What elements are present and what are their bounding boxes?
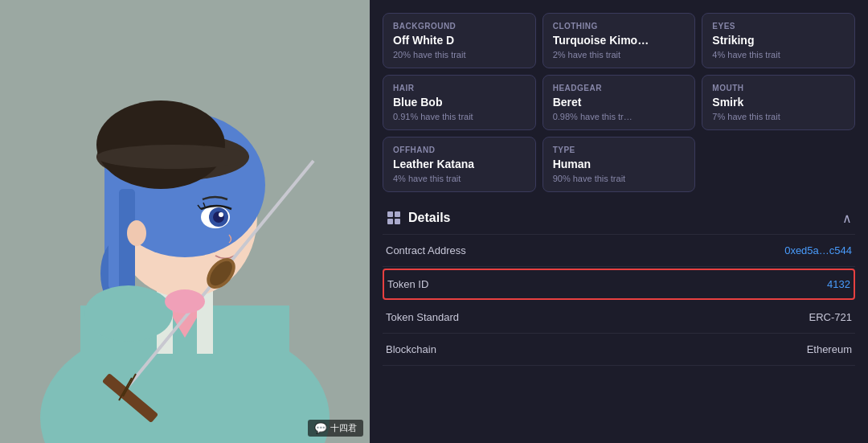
trait-card: OFFHAND Leather Katana 4% have this trai…	[383, 137, 536, 192]
trait-value: Beret	[553, 96, 686, 109]
traits-grid: BACKGROUND Off White D 20% have this tra…	[383, 13, 855, 192]
trait-category: HAIR	[393, 84, 526, 92]
wechat-icon: 💬	[314, 422, 327, 434]
trait-value: Blue Bob	[393, 96, 526, 109]
trait-value: Turquoise Kimo…	[553, 34, 686, 47]
detail-value: ERC-721	[809, 311, 852, 323]
svg-point-13	[96, 145, 249, 169]
trait-value: Striking	[712, 34, 845, 47]
detail-label: Blockchain	[386, 343, 436, 355]
wechat-watermark: 💬 十四君	[308, 420, 363, 437]
chevron-up-icon: ∧	[842, 211, 852, 226]
trait-card: HAIR Blue Bob 0.91% have this trait	[383, 75, 536, 130]
trait-category: HEADGEAR	[553, 84, 686, 92]
trait-card: BACKGROUND Off White D 20% have this tra…	[383, 13, 536, 68]
right-panel: BACKGROUND Off White D 20% have this tra…	[370, 0, 868, 443]
trait-category: OFFHAND	[393, 146, 526, 154]
trait-rarity: 90% have this trait	[553, 174, 686, 183]
trait-value: Human	[553, 158, 686, 170]
detail-value[interactable]: 0xed5a…c544	[784, 244, 852, 256]
details-grid-icon	[386, 210, 402, 226]
trait-category: BACKGROUND	[393, 22, 526, 31]
detail-row: Blockchain Ethereum	[383, 334, 855, 366]
nft-image-panel: 💬 十四君	[0, 0, 370, 443]
detail-label: Token ID	[387, 278, 428, 290]
trait-category: CLOTHING	[553, 22, 686, 31]
trait-card: CLOTHING Turquoise Kimo… 2% have this tr…	[542, 13, 696, 68]
svg-rect-30	[395, 211, 400, 217]
trait-rarity: 7% have this trait	[712, 112, 845, 121]
trait-card: TYPE Human 90% have this trait	[542, 137, 696, 192]
details-rows: Contract Address 0xed5a…c544 Token ID 41…	[383, 235, 855, 366]
svg-rect-29	[387, 211, 393, 217]
detail-value[interactable]: 4132	[827, 278, 850, 290]
trait-rarity: 2% have this trait	[553, 50, 686, 59]
trait-card: EYES Striking 4% have this trait	[702, 13, 855, 68]
detail-row: Contract Address 0xed5a…c544	[383, 235, 855, 267]
svg-rect-31	[387, 219, 393, 224]
svg-rect-32	[395, 219, 400, 224]
trait-rarity: 20% have this trait	[393, 50, 526, 59]
trait-category: EYES	[712, 22, 845, 31]
svg-point-20	[127, 220, 146, 246]
svg-point-19	[219, 212, 223, 217]
detail-value: Ethereum	[807, 343, 852, 355]
detail-row: Token Standard ERC-721	[383, 301, 855, 334]
trait-category: MOUTH	[712, 84, 845, 92]
trait-card: HEADGEAR Beret 0.98% have this tr…	[542, 75, 696, 130]
wechat-username: 十四君	[330, 422, 357, 434]
trait-value: Smirk	[712, 96, 845, 109]
details-title: Details	[408, 211, 450, 225]
svg-point-27	[84, 285, 173, 342]
trait-category: TYPE	[553, 146, 686, 154]
trait-rarity: 0.91% have this trait	[393, 112, 526, 121]
trait-rarity: 4% have this trait	[393, 174, 526, 183]
trait-value: Leather Katana	[393, 158, 526, 170]
trait-card: MOUTH Smirk 7% have this trait	[702, 75, 855, 130]
detail-row: Token ID 4132	[383, 269, 855, 300]
trait-rarity: 4% have this trait	[712, 50, 845, 59]
detail-label: Contract Address	[386, 244, 466, 256]
details-header[interactable]: Details ∧	[383, 202, 855, 235]
details-header-left: Details	[386, 210, 450, 226]
details-section: Details ∧ Contract Address 0xed5a…c544 T…	[383, 202, 855, 366]
svg-point-12	[96, 100, 225, 189]
trait-rarity: 0.98% have this tr…	[553, 112, 686, 121]
trait-value: Off White D	[393, 34, 526, 47]
svg-point-28	[165, 289, 205, 314]
detail-label: Token Standard	[386, 311, 459, 323]
